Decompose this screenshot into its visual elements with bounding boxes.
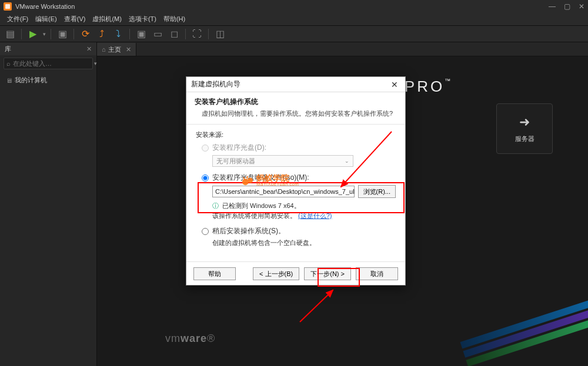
back-button[interactable]: < 上一步(B) — [253, 267, 299, 280]
radio-install-later-input[interactable] — [202, 228, 209, 235]
sidebar-title: 库 — [5, 45, 11, 53]
iso-path-field[interactable]: C:\Users\antnic_bear\Desktop\cn_windows_… — [212, 186, 355, 197]
radio-installer-iso-input[interactable] — [202, 174, 209, 182]
help-button[interactable]: 帮助 — [193, 267, 236, 280]
search-input[interactable] — [13, 60, 94, 67]
fullscreen-icon[interactable]: ⛶ — [191, 28, 203, 41]
toolbar: ▤ ▶ ▾ ▣ ⟳ ⤴ ⤵ ▣ ▭ ◻ ⛶ ◫ — [0, 26, 588, 42]
sidebar-header: 库 ✕ — [0, 42, 96, 55]
view-3-icon[interactable]: ◻ — [168, 28, 181, 41]
menu-help[interactable]: 帮助(H) — [160, 15, 189, 23]
titlebar: VMware Workstation — ▢ ✕ — [0, 0, 588, 13]
play-icon[interactable]: ▶ — [26, 28, 39, 41]
sidebar-close-icon[interactable]: ✕ — [86, 45, 92, 53]
snapshot-revert-icon[interactable]: ⤴ — [95, 28, 108, 41]
view-2-icon[interactable]: ▭ — [151, 28, 164, 41]
easy-install-line: 该操作系统将使用简易安装。 (这是什么?) — [212, 211, 396, 220]
app-title: VMware Workstation — [15, 3, 75, 10]
radio-installer-disc: 安装程序光盘(D): — [202, 143, 396, 153]
sidebar: 库 ✕ ⌕ ▾ 🖥 我的计算机 — [0, 42, 97, 366]
disc-drive-value: 无可用驱动器 — [216, 157, 255, 166]
dialog-heading: 安装客户机操作系统 — [195, 97, 397, 107]
toolbar-library-icon[interactable]: ▤ — [4, 28, 16, 41]
next-button[interactable]: 下一步(N) > — [304, 267, 351, 280]
dialog-header: 安装客户机操作系统 虚拟机如同物理机，需要操作系统。您将如何安装客户机操作系统? — [186, 92, 405, 125]
install-source-label: 安装来源: — [196, 130, 396, 139]
iso-path-value: C:\Users\antnic_bear\Desktop\cn_windows_… — [215, 188, 355, 195]
menu-view[interactable]: 查看(V) — [61, 15, 89, 23]
menu-file[interactable]: 文件(F) — [4, 15, 32, 23]
menu-vm[interactable]: 虚拟机(M) — [89, 15, 125, 23]
view-1-icon[interactable]: ▣ — [135, 28, 148, 41]
radio-install-later-label: 稍后安装操作系统(S)。 — [212, 226, 285, 236]
radio-installer-iso-label: 安装程序光盘映像文件(iso)(M): — [212, 173, 309, 183]
new-vm-wizard-dialog: 新建虚拟机向导 ✕ 安装客户机操作系统 虚拟机如同物理机，需要操作系统。您将如何… — [186, 76, 406, 286]
dialog-subheading: 虚拟机如同物理机，需要操作系统。您将如何安装客户机操作系统? — [195, 109, 397, 118]
home-tiles: ➜ 服务器 — [496, 103, 553, 154]
radio-installer-disc-input — [202, 145, 209, 152]
snapshot-take-icon[interactable]: ⟳ — [79, 28, 92, 41]
dialog-footer: 帮助 < 上一步(B) 下一步(N) > 取消 — [186, 261, 405, 285]
info-icon: ⓘ — [212, 202, 219, 210]
dialog-titlebar: 新建虚拟机向导 ✕ — [186, 77, 405, 92]
app-logo-icon — [4, 2, 12, 11]
menu-tabs[interactable]: 选项卡(T) — [125, 15, 160, 23]
radio-installer-disc-label: 安装程序光盘(D): — [212, 143, 266, 153]
vmware-logo: vmware® — [165, 333, 215, 345]
unity-icon[interactable]: ◫ — [213, 28, 226, 41]
chevron-down-icon: ⌄ — [345, 158, 349, 164]
menu-edit[interactable]: 编辑(E) — [32, 15, 61, 23]
tab-home-label: 主页 — [108, 45, 121, 54]
tile-connect-server[interactable]: ➜ 服务器 — [496, 103, 553, 154]
radio-install-later[interactable]: 稍后安装操作系统(S)。 — [202, 226, 396, 236]
svg-rect-0 — [5, 4, 10, 9]
tab-home[interactable]: ⌂ 主页 ✕ — [97, 43, 136, 56]
tab-close-icon[interactable]: ✕ — [126, 46, 131, 53]
minimize-button[interactable]: — — [549, 2, 556, 11]
easy-install-whatis-link[interactable]: (这是什么?) — [298, 212, 332, 219]
library-tree: 🖥 我的计算机 — [0, 72, 96, 89]
snapshot-manage-icon[interactable]: ⤵ — [112, 28, 125, 41]
dialog-title: 新建虚拟机向导 — [191, 79, 240, 89]
search-icon: ⌕ — [6, 60, 11, 67]
dialog-close-icon[interactable]: ✕ — [389, 80, 400, 89]
computer-icon: 🖥 — [6, 77, 12, 84]
decorative-stripes — [433, 211, 588, 366]
close-button[interactable]: ✕ — [579, 2, 584, 11]
arrow-right-icon: ➜ — [519, 115, 530, 130]
radio-installer-iso[interactable]: 安装程序光盘映像文件(iso)(M): — [202, 173, 396, 183]
menubar: 文件(F) 编辑(E) 查看(V) 虚拟机(M) 选项卡(T) 帮助(H) — [0, 13, 588, 26]
tree-my-computer[interactable]: 🖥 我的计算机 — [5, 74, 92, 86]
tree-my-computer-label: 我的计算机 — [15, 76, 47, 85]
screen-mode-1-icon[interactable]: ▣ — [56, 28, 69, 41]
browse-button[interactable]: 浏览(R)... — [358, 185, 396, 198]
dialog-body: 安装来源: 安装程序光盘(D): 无可用驱动器 ⌄ 安装程序光盘映像文件(iso… — [186, 125, 405, 257]
tile-server-label: 服务器 — [515, 135, 534, 143]
detected-os-text: 已检测到 Windows 7 x64。 — [222, 202, 300, 210]
tabbar: ⌂ 主页 ✕ — [97, 42, 588, 56]
home-icon: ⌂ — [102, 46, 106, 53]
sidebar-search[interactable]: ⌕ ▾ — [4, 58, 93, 69]
easy-install-text: 该操作系统将使用简易安装。 — [212, 212, 296, 219]
window-controls: — ▢ ✕ — [549, 2, 584, 11]
disc-drive-select: 无可用驱动器 ⌄ — [212, 155, 353, 167]
install-later-note: 创建的虚拟机将包含一个空白硬盘。 — [212, 239, 396, 247]
maximize-button[interactable]: ▢ — [564, 2, 570, 11]
detected-os-row: ⓘ 已检测到 Windows 7 x64。 — [212, 202, 396, 210]
cancel-button[interactable]: 取消 — [356, 267, 398, 280]
